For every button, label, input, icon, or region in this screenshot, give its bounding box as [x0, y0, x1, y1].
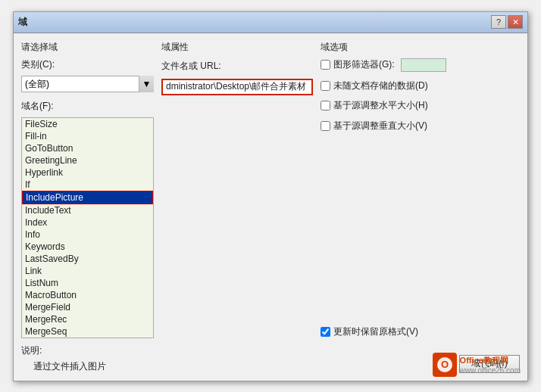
right-panel-title: 域选项 — [321, 41, 520, 54]
help-button[interactable]: ? — [491, 15, 506, 29]
description-section: 说明: 通过文件插入图片 — [21, 344, 452, 373]
watermark-text-block: Office教程网 www.office26.com — [460, 355, 521, 375]
list-item[interactable]: MergeSeq — [22, 325, 153, 338]
watermark: O Office教程网 www.office26.com — [433, 353, 521, 377]
main-dialog: 域 ? ✕ 请选择域 类别(C): (全部) ▼ — [13, 11, 528, 381]
listbox-container: FileSizeFill-inGoToButtonGreetingLineHyp… — [21, 117, 154, 338]
list-item[interactable]: IncludePicture — [22, 191, 153, 204]
option-checkbox-4[interactable] — [321, 121, 330, 131]
main-content: 请选择域 类别(C): (全部) ▼ 域名(F): FileSizeFill-i… — [21, 41, 520, 338]
description-text: 通过文件插入图片 — [33, 360, 452, 373]
dialog-body: 请选择域 类别(C): (全部) ▼ 域名(F): FileSizeFill-i… — [14, 33, 527, 381]
option-label-1: 图形筛选器(G): — [333, 58, 395, 71]
left-panel: 请选择域 类别(C): (全部) ▼ 域名(F): FileSizeFill-i… — [21, 41, 154, 338]
watermark-line2: www.office26.com — [460, 366, 521, 375]
close-button[interactable]: ✕ — [508, 15, 523, 29]
category-select-wrapper: (全部) ▼ — [21, 76, 154, 92]
list-item[interactable]: LastSavedBy — [22, 253, 153, 265]
option-checkbox-3[interactable] — [321, 101, 330, 110]
office-logo-icon: O — [433, 353, 457, 377]
category-label: 类别(C): — [21, 58, 154, 71]
spacer — [321, 140, 520, 324]
option-row-2: 未随文档存储的数据(D) — [321, 79, 520, 92]
list-item[interactable]: GreetingLine — [22, 154, 153, 166]
color-box — [401, 58, 446, 72]
category-select[interactable]: (全部) — [21, 76, 154, 92]
file-name-label: 文件名或 URL: — [161, 60, 313, 73]
list-item[interactable]: Link — [22, 265, 153, 277]
list-item[interactable]: Hyperlink — [22, 166, 153, 179]
left-panel-title: 请选择域 — [21, 41, 154, 54]
title-bar-buttons: ? ✕ — [491, 15, 523, 29]
option-row-3: 基于源调整水平大小(H) — [321, 99, 520, 112]
watermark-line1: Office教程网 — [460, 355, 521, 366]
list-item[interactable]: ListNum — [22, 277, 153, 289]
preserve-format-row: 更新时保留原格式(V) — [321, 325, 520, 338]
field-name-label: 域名(F): — [21, 100, 154, 113]
option-checkbox-2[interactable] — [321, 81, 330, 91]
list-item[interactable]: MergeRec — [22, 313, 153, 325]
description-title: 说明: — [21, 344, 452, 357]
list-item[interactable]: If — [22, 179, 153, 191]
list-item[interactable]: MacroButton — [22, 289, 153, 301]
list-item[interactable]: IncludeText — [22, 204, 153, 216]
right-panel: 域选项 图形筛选器(G): 未随文档存储的数据(D) — [321, 41, 520, 338]
list-item[interactable]: FileSize — [22, 118, 153, 130]
svg-text:O: O — [441, 359, 449, 370]
list-item[interactable]: GoToButton — [22, 142, 153, 154]
option-row-4: 基于源调整垂直大小(V) — [321, 120, 520, 132]
option-label-2: 未随文档存储的数据(D) — [333, 79, 428, 92]
option-label-4: 基于源调整垂直大小(V) — [333, 120, 427, 132]
list-item[interactable]: MergeField — [22, 301, 153, 313]
middle-panel-title: 域属性 — [161, 41, 313, 54]
preserve-format-checkbox[interactable] — [321, 327, 330, 337]
file-name-input[interactable] — [161, 79, 313, 95]
list-item[interactable]: Info — [22, 229, 153, 241]
title-bar: 域 ? ✕ — [14, 12, 527, 33]
list-item[interactable]: Fill-in — [22, 130, 153, 142]
middle-panel: 域属性 文件名或 URL: — [161, 41, 313, 338]
option-label-3: 基于源调整水平大小(H) — [333, 99, 428, 112]
preserve-format-label: 更新时保留原格式(V) — [333, 325, 418, 338]
dialog-title: 域 — [18, 16, 27, 29]
field-listbox[interactable]: FileSizeFill-inGoToButtonGreetingLineHyp… — [21, 117, 154, 338]
option-row-1: 图形筛选器(G): — [321, 58, 520, 72]
list-item[interactable]: Keywords — [22, 241, 153, 253]
option-checkbox-1[interactable] — [321, 60, 330, 70]
list-item[interactable]: Index — [22, 216, 153, 229]
